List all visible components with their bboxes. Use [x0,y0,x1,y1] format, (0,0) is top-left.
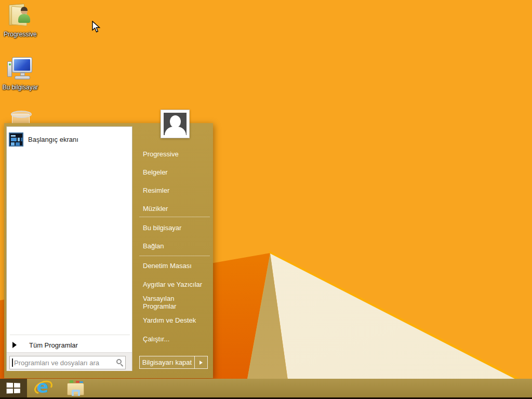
start-menu: Başlangıç ekranı Tüm Programlar Progress… [4,123,213,378]
start-button[interactable] [0,379,27,397]
text-caret [12,358,13,367]
menu-item-run[interactable]: Çalıştır... [143,335,209,343]
start-menu-left-panel: Başlangıç ekranı Tüm Programlar [6,126,132,371]
menu-item-this-pc[interactable]: Bu bilgisayar [143,224,209,232]
menu-item-documents[interactable]: Belgeler [143,168,209,176]
menu-item-control-panel[interactable]: Denetim Masası [143,262,209,270]
arrow-right-icon [200,361,203,365]
menu-item-default-programs[interactable]: Varsayılan Programlar [143,295,201,310]
all-programs-button[interactable]: Tüm Programlar [10,338,130,352]
windows-logo-icon [6,382,20,393]
desktop-icon-label: Progressive [0,31,41,38]
menu-item-label: Başlangıç ekranı [28,136,78,143]
start-screen-icon [9,132,23,147]
shutdown-options-button[interactable] [195,356,207,368]
taskbar-file-explorer[interactable] [62,379,89,397]
desktop-icon-label: Bu bilgisayar [0,84,41,91]
internet-explorer-icon: e [35,380,52,396]
menu-item-music[interactable]: Müzikler [143,205,209,212]
shutdown-button[interactable]: Bilgisayarı kapat [139,356,208,369]
menu-item-start-screen[interactable]: Başlangıç ekranı [9,131,129,148]
menu-item-help-support[interactable]: Yardım ve Destek [143,316,209,324]
computer-icon [7,57,33,82]
search-icon [116,359,122,364]
desktop-icon-this-pc[interactable]: Bu bilgisayar [0,57,41,91]
mouse-cursor [92,21,101,33]
menu-separator [10,335,130,335]
taskbar: e 15:21 15.5.2014 [0,379,532,397]
all-programs-label: Tüm Programlar [29,341,78,349]
shutdown-label: Bilgisayarı kapat [140,356,194,368]
menu-item-user-folder[interactable]: Progressive [143,150,209,158]
search-strip [7,352,132,371]
search-input[interactable] [9,356,126,369]
desktop-icon-progressive[interactable]: Progressive [0,3,41,38]
menu-item-pictures[interactable]: Resimler [143,187,209,194]
menu-item-connect[interactable]: Bağlan [143,242,209,250]
arrow-right-icon [12,342,17,348]
menu-separator [139,217,210,217]
user-folder-icon [7,3,34,29]
menu-separator [139,256,210,256]
file-explorer-icon [67,380,85,396]
taskbar-internet-explorer[interactable]: e [30,379,57,397]
desktop: Progressive Bu bilgisayar Başlangıç ekra… [0,0,532,399]
user-avatar[interactable] [161,110,190,138]
menu-item-devices-printers[interactable]: Aygıtlar ve Yazıcılar [143,281,209,288]
user-silhouette-icon [164,113,187,135]
